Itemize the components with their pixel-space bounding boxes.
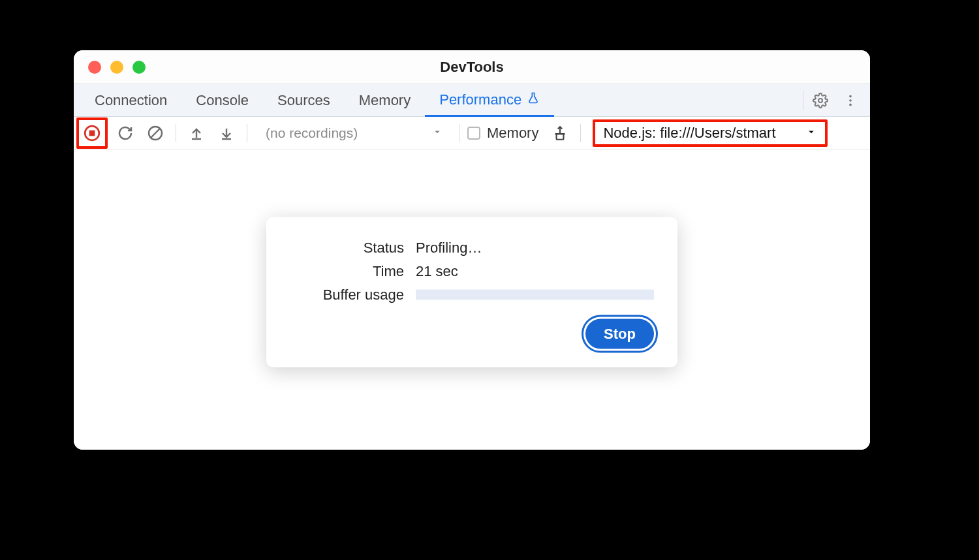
recordings-dropdown[interactable]: (no recordings) [255, 125, 451, 141]
download-button[interactable] [214, 121, 239, 146]
content-area: Status Profiling… Time 21 sec Buffer usa… [74, 149, 870, 450]
separator [247, 124, 247, 142]
memory-label: Memory [487, 125, 538, 142]
chevron-down-icon [805, 125, 817, 142]
tab-label: Console [196, 92, 249, 109]
memory-checkbox[interactable]: Memory [467, 125, 538, 142]
separator [580, 124, 581, 142]
svg-rect-5 [89, 130, 95, 136]
svg-line-7 [151, 129, 160, 138]
buffer-usage-bar [416, 290, 654, 300]
record-stop-button[interactable] [80, 121, 104, 146]
stop-button[interactable]: Stop [585, 319, 654, 349]
flask-icon [527, 91, 540, 108]
svg-point-0 [818, 99, 822, 102]
tab-label: Connection [95, 92, 167, 109]
annotation-highlight-record [76, 117, 108, 149]
settings-button[interactable] [807, 87, 833, 114]
time-label: Time [290, 263, 404, 280]
profiling-dialog: Status Profiling… Time 21 sec Buffer usa… [266, 217, 677, 367]
tab-label: Sources [277, 92, 330, 109]
upload-button[interactable] [184, 121, 209, 146]
separator [459, 124, 459, 142]
tab-label: Performance [439, 91, 521, 108]
separator [176, 124, 176, 142]
target-dropdown[interactable]: Node.js: file:///Users/stmart [595, 122, 825, 144]
tabs-right-controls [803, 84, 870, 116]
time-value: 21 sec [416, 263, 654, 280]
tab-sources[interactable]: Sources [263, 84, 345, 116]
svg-point-1 [849, 95, 852, 97]
clear-button[interactable] [143, 121, 168, 146]
recordings-placeholder: (no recordings) [266, 125, 358, 141]
titlebar: DevTools [74, 50, 870, 84]
chevron-down-icon [431, 125, 443, 141]
collect-garbage-button[interactable] [548, 121, 572, 146]
devtools-window: DevTools Connection Console Sources Memo… [74, 50, 870, 450]
window-title: DevTools [74, 59, 870, 76]
tab-console[interactable]: Console [181, 84, 263, 116]
maximize-window-button[interactable] [132, 61, 146, 74]
more-menu-button[interactable] [837, 87, 863, 114]
minimize-window-button[interactable] [110, 61, 123, 74]
panel-tabs: Connection Console Sources Memory Perfor… [74, 84, 870, 117]
target-selected-label: Node.js: file:///Users/stmart [603, 125, 775, 142]
svg-point-3 [849, 103, 852, 106]
annotation-highlight-target: Node.js: file:///Users/stmart [593, 119, 828, 147]
traffic-lights [88, 61, 146, 74]
performance-toolbar: (no recordings) Memory Node.js: file:///… [74, 117, 870, 149]
status-value: Profiling… [416, 240, 654, 257]
checkbox-box [467, 127, 480, 140]
svg-rect-8 [557, 134, 564, 140]
tab-performance[interactable]: Performance [425, 84, 554, 117]
tab-connection[interactable]: Connection [80, 84, 181, 116]
close-window-button[interactable] [88, 61, 101, 74]
buffer-usage-label: Buffer usage [290, 287, 404, 303]
tab-label: Memory [359, 92, 411, 109]
status-label: Status [290, 240, 404, 257]
svg-point-2 [849, 99, 852, 102]
tab-memory[interactable]: Memory [345, 84, 425, 116]
reload-button[interactable] [113, 121, 138, 146]
separator [803, 91, 803, 110]
